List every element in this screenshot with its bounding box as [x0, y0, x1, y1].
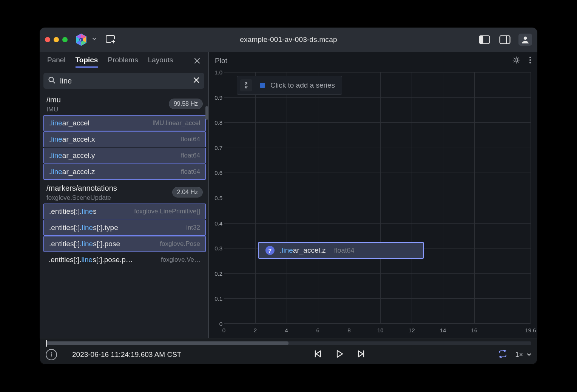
svg-point-20 [529, 62, 531, 63]
x-tick-label: 12 [409, 327, 415, 333]
scrollbar-thumb[interactable] [205, 106, 208, 120]
panel-title[interactable]: Plot [215, 57, 227, 65]
topic-field-row[interactable]: .linear_accel.xfloat64 [43, 131, 206, 147]
tab-problems[interactable]: Problems [108, 56, 138, 67]
clear-search-button[interactable] [193, 76, 200, 86]
field-type: float64 [181, 152, 200, 159]
y-tick-label: 0 [209, 321, 222, 327]
x-tick-label: 6 [316, 327, 319, 333]
topic-group-header[interactable]: /imu IMU 99.58 Hz [43, 92, 206, 115]
topics-list[interactable]: /imu IMU 99.58 Hz .linear_accelIMU.linea… [40, 92, 208, 338]
topic-name: /markers/annotations [46, 184, 117, 193]
x-tick-label: 16 [471, 327, 478, 333]
current-timestamp: 2023-06-16 11:24:19.603 AM CST [72, 350, 181, 359]
y-tick-label: 1.0 [209, 69, 222, 76]
x-tick-label: 19.6 [525, 327, 536, 333]
series-swatch-icon [260, 83, 265, 88]
timeline-progress [46, 341, 288, 345]
playback-bar: i 2023-06-16 11:24:19.603 AM CST 1× [40, 338, 537, 364]
svg-point-17 [515, 59, 517, 61]
window-title: example-001-av-003-ds.mcap [40, 35, 537, 44]
timeline-scrubber[interactable] [46, 341, 531, 345]
field-path: .entities[:].lines[:].pose [49, 240, 120, 248]
field-type: IMU.linear_accel [152, 119, 200, 127]
topic-name: /imu [46, 96, 61, 104]
skip-forward-button[interactable] [357, 349, 366, 360]
topic-rate-badge: 2.04 Hz [172, 187, 203, 198]
x-tick-label: 10 [377, 327, 384, 333]
y-tick-label: 0.2 [209, 270, 222, 276]
plot-panel: Plot 1.00.90.80.70.60.50.40.30.20.10 024… [209, 52, 537, 338]
field-type: foxglove.Ve… [161, 256, 201, 264]
y-tick-label: 0.4 [209, 220, 222, 226]
x-tick-label: 4 [285, 327, 288, 333]
topics-sidebar: Panel Topics Problems Layouts [40, 52, 209, 338]
collapse-legend-icon[interactable] [240, 79, 252, 91]
plot-area[interactable]: 1.00.90.80.70.60.50.40.30.20.10 02468101… [209, 70, 537, 338]
drag-item-name: .linear_accel.z [280, 246, 326, 255]
field-type: float64 [181, 136, 200, 143]
close-sidebar-button[interactable] [194, 57, 201, 66]
drag-count-badge: 7 [265, 246, 275, 255]
field-path: .linear_accel.x [49, 135, 95, 144]
plot-legend[interactable]: Click to add a series [237, 76, 342, 95]
field-type: float64 [181, 168, 200, 176]
legend-placeholder[interactable]: Click to add a series [270, 81, 335, 90]
drag-item-type: float64 [334, 247, 354, 255]
svg-point-16 [49, 77, 54, 82]
y-tick-label: 0.9 [209, 94, 222, 100]
svg-point-19 [529, 59, 531, 61]
topic-field-row[interactable]: .linear_accelIMU.linear_accel [43, 115, 206, 131]
titlebar: F example-001-av-003-ds.mcap [40, 28, 537, 52]
loop-button[interactable] [498, 350, 508, 359]
app-window: F example-001-av-003-ds.mcap [40, 28, 537, 364]
y-tick-label: 0.7 [209, 144, 222, 151]
tab-panel[interactable]: Panel [47, 56, 66, 67]
topic-type: foxglove.SceneUpdate [46, 194, 117, 202]
x-tick-label: 2 [254, 327, 257, 333]
topic-rate-badge: 99.58 Hz [169, 99, 203, 109]
search-icon [48, 76, 56, 85]
transport-controls [313, 349, 366, 360]
topic-type: IMU [46, 106, 61, 113]
topic-field-row[interactable]: .linear_accel.yfloat64 [43, 148, 206, 164]
topic-field-row[interactable]: .entities[:].lines[:].posefoxglove.Pose [43, 236, 206, 252]
tab-topics[interactable]: Topics [76, 56, 98, 68]
tab-layouts[interactable]: Layouts [148, 56, 173, 67]
field-path: .linear_accel.z [49, 168, 95, 176]
x-tick-label: 14 [440, 327, 446, 333]
field-type: foxglove.Pose [160, 240, 200, 248]
field-path: .linear_accel [49, 119, 89, 127]
play-button[interactable] [335, 349, 344, 360]
sidebar-tabs: Panel Topics Problems Layouts [40, 52, 208, 70]
topic-group-header[interactable]: /markers/annotations foxglove.SceneUpdat… [43, 180, 206, 203]
x-tick-label: 0 [222, 327, 225, 333]
topic-field-row[interactable]: .entities[:].linesfoxglove.LinePrimitive… [43, 204, 206, 219]
y-tick-label: 0.5 [209, 195, 222, 201]
topic-field-row[interactable]: .linear_accel.zfloat64 [43, 164, 206, 180]
y-tick-label: 0.3 [209, 245, 222, 252]
topic-field-row[interactable]: .entities[:].lines[:].pose.p…foxglove.Ve… [43, 252, 206, 267]
panel-settings-icon[interactable] [512, 56, 520, 65]
playback-speed[interactable]: 1× [515, 351, 531, 359]
y-tick-label: 0.1 [209, 295, 222, 302]
chevron-down-icon [527, 352, 531, 357]
skip-back-button[interactable] [313, 349, 322, 360]
field-path: .entities[:].lines[:].pose.p… [49, 256, 133, 264]
topics-search[interactable] [43, 73, 204, 89]
topic-field-row[interactable]: .entities[:].lines[:].typeint32 [43, 220, 206, 236]
drag-preview-chip[interactable]: 7 .linear_accel.z float64 [258, 242, 424, 259]
field-path: .entities[:].lines [49, 207, 97, 216]
y-tick-label: 0.6 [209, 170, 222, 176]
topics-search-input[interactable] [59, 76, 189, 86]
field-path: .linear_accel.y [49, 151, 95, 160]
y-tick-label: 0.8 [209, 119, 222, 126]
field-type: foxglove.LinePrimitive[] [134, 208, 200, 215]
field-path: .entities[:].lines[:].type [49, 224, 118, 232]
svg-point-18 [529, 57, 531, 58]
timeline-playhead[interactable] [46, 340, 47, 347]
panel-more-icon[interactable] [529, 56, 531, 65]
x-tick-label: 8 [347, 327, 350, 333]
field-type: int32 [186, 224, 200, 231]
info-icon[interactable]: i [46, 349, 57, 360]
